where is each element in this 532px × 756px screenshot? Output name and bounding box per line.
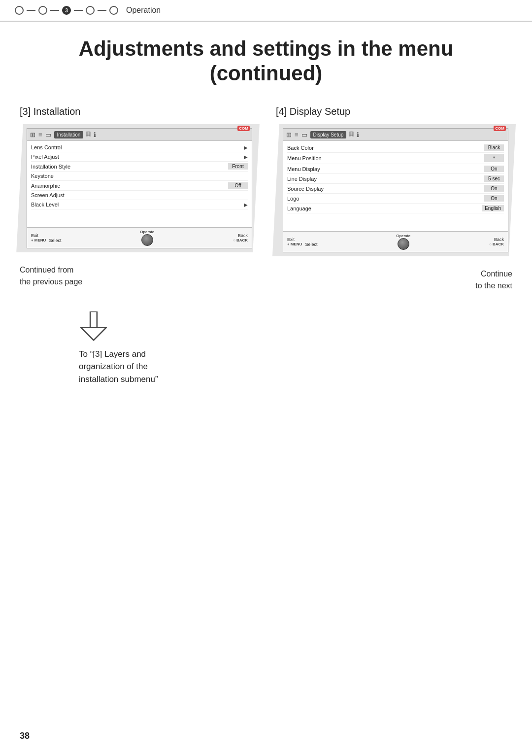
left-row-0: Lens Control ▶ (31, 143, 248, 152)
left-note-line2: the previous page (20, 277, 82, 286)
left-row-6: Black Level ▶ (31, 200, 248, 209)
right-footer-left: Exit ● MENU Select (287, 237, 317, 246)
step-4 (86, 6, 95, 15)
step-3-active: 3 (62, 6, 71, 15)
left-exit-label: Exit (31, 233, 61, 238)
left-row-4-label: Anamorphic (31, 182, 60, 188)
right-panel-note: Continue to the next (276, 268, 512, 292)
left-menu-footer: Exit ● MENU Select Operate Back (27, 227, 252, 248)
left-row-0-arrow: ▶ (244, 144, 248, 150)
left-menu-bullet: ● (31, 238, 33, 242)
left-select-label: Select (49, 238, 61, 242)
section-label: Operation (126, 6, 161, 15)
right-menu-key: MENU (291, 242, 302, 246)
right-icon-4: 𝄜 (349, 131, 354, 138)
right-back-bullet: ○ (489, 242, 492, 246)
page-title: Adjustments and settings in the menu (co… (0, 22, 532, 106)
top-bar: 3 Operation (0, 0, 532, 21)
right-row-0-value: Black (484, 144, 504, 151)
step-1 (15, 6, 24, 15)
right-row-1-label: Menu Position (287, 155, 322, 161)
right-dial-icon (398, 238, 409, 250)
left-menu-body: Lens Control ▶ Pixel Adjust ▶ Installati… (27, 141, 252, 227)
right-screen-wrap: COM ⊞ ≡ ▭ Display Setup 𝄜 ℹ Back Color B… (272, 124, 516, 256)
right-back-key: BACK (493, 242, 504, 246)
left-row-1-label: Pixel Adjust (31, 154, 59, 160)
right-footer-right: Back ○ BACK (489, 237, 504, 246)
left-row-2-value: Front (228, 163, 248, 170)
right-note-line1: Continue (481, 270, 512, 278)
right-row-2-label: Menu Display (287, 166, 320, 172)
down-arrow-icon (79, 311, 108, 341)
right-active-tab: Display Setup (310, 131, 347, 138)
left-row-0-label: Lens Control (31, 144, 62, 150)
arrow-section: To “[3] Layers and organization of the i… (0, 292, 532, 386)
arrow-text: To “[3] Layers and organization of the i… (79, 348, 158, 386)
arrow-text-line2: organization of the (79, 362, 148, 371)
left-row-2: Installation Style Front (31, 162, 248, 172)
right-row-6-value: English (482, 205, 504, 211)
left-screen-wrap: COM ⊞ ≡ ▭ Installation 𝄜 ℹ Lens Control … (16, 124, 260, 252)
left-row-6-arrow: ▶ (244, 202, 248, 207)
left-operate-label: Operate (140, 230, 154, 234)
right-row-5: Logo On (287, 194, 504, 204)
right-row-3-value: 5 sec (484, 175, 504, 182)
right-menu-bullet: ● (287, 242, 290, 246)
left-note-line1: Continued from (20, 266, 73, 274)
right-back-label: Back (494, 237, 504, 242)
left-menu-header: COM ⊞ ≡ ▭ Installation 𝄜 ℹ (27, 129, 252, 141)
right-row-0-label: Back Color (287, 144, 314, 150)
right-footer-menu-row: ● MENU Select (287, 241, 317, 246)
step-5 (109, 6, 118, 15)
left-footer-menu-row: ● MENU Select (31, 238, 61, 242)
right-icon-1: ⊞ (286, 131, 292, 138)
right-menu-footer: Exit ● MENU Select Operate Back (283, 231, 508, 252)
left-row-3-label: Keystone (31, 173, 54, 179)
right-row-0: Back Color Black (287, 143, 504, 153)
left-back-label: Back (238, 233, 248, 238)
right-row-2-value: On (484, 166, 504, 172)
page-number: 38 (20, 731, 30, 741)
right-menu-body: Back Color Black Menu Position ＊ Menu Di… (283, 141, 508, 231)
right-exit-label: Exit (287, 237, 317, 241)
right-row-5-label: Logo (287, 195, 299, 201)
connector-1 (27, 10, 35, 11)
left-menu-key: MENU (34, 238, 46, 242)
left-screen-inner: COM ⊞ ≡ ▭ Installation 𝄜 ℹ Lens Control … (27, 128, 252, 248)
left-dial-icon (141, 234, 153, 246)
left-row-4-value: Off (228, 182, 248, 189)
left-icon-2: ≡ (38, 131, 42, 138)
right-row-1-value: ＊ (484, 154, 504, 162)
right-footer-center: Operate (396, 234, 410, 250)
right-row-1: Menu Position ＊ (287, 153, 504, 164)
right-row-3-label: Line Display (287, 175, 317, 181)
left-panel: [3] Installation COM ⊞ ≡ ▭ Installation … (20, 106, 256, 292)
left-panel-title: [3] Installation (20, 106, 256, 117)
left-icon-4: 𝄜 (86, 131, 91, 138)
main-content: [3] Installation COM ⊞ ≡ ▭ Installation … (0, 106, 532, 292)
left-row-5-label: Screen Adjust (31, 192, 65, 198)
right-select-label: Select (305, 241, 317, 246)
step-2 (38, 6, 47, 15)
left-active-tab: Installation (54, 131, 84, 138)
right-row-6: Language English (287, 204, 504, 213)
left-row-1: Pixel Adjust ▶ (31, 152, 248, 162)
step-circles: 3 (15, 6, 118, 15)
arrow-text-line1: To “[3] Layers and (79, 349, 146, 359)
right-row-4: Source Display On (287, 184, 504, 194)
left-icon-3: ▭ (45, 131, 51, 138)
right-spacer (287, 213, 504, 228)
right-panel: [4] Display Setup COM ⊞ ≡ ▭ Display Setu… (276, 106, 512, 292)
right-com-badge: COM (494, 126, 506, 131)
left-spacer (31, 209, 248, 224)
svg-marker-1 (81, 327, 106, 340)
left-footer-left: Exit ● MENU Select (31, 233, 61, 242)
left-icon-5: ℹ (94, 131, 96, 138)
left-footer-center: Operate (140, 230, 154, 246)
right-footer-back-row: ○ BACK (489, 242, 504, 246)
right-menu-header: COM ⊞ ≡ ▭ Display Setup 𝄜 ℹ (283, 129, 508, 141)
right-row-2: Menu Display On (287, 164, 504, 174)
left-icon-1: ⊞ (30, 131, 35, 138)
right-panel-title: [4] Display Setup (276, 106, 512, 117)
left-row-1-arrow: ▶ (244, 154, 248, 159)
